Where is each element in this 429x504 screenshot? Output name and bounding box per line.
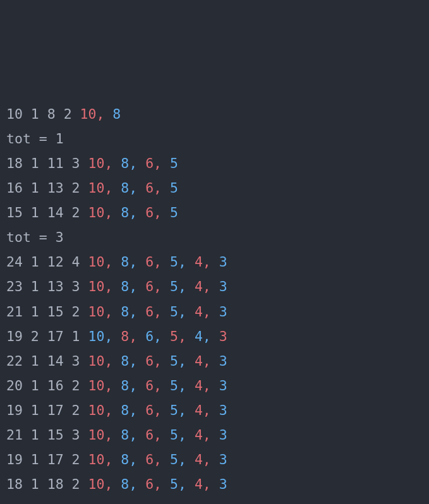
prefix-number: 19 xyxy=(6,328,23,344)
sequence-number: 5 xyxy=(170,205,178,220)
output-line: 19 2 17 1 10, 8, 6, 5, 4, 3 xyxy=(6,324,423,349)
sequence-number: 5 xyxy=(170,427,178,443)
sequence-number: 10 xyxy=(88,304,105,320)
sequence-number: 4 xyxy=(195,452,203,467)
sequence-number: 10 xyxy=(88,205,105,220)
sequence-number: 5 xyxy=(170,353,178,369)
prefix-number: 1 xyxy=(31,304,39,320)
output-line: 15 1 14 2 10, 8, 6, 5 xyxy=(6,200,423,225)
output-line: 24 1 12 4 10, 8, 6, 5, 4, 3 xyxy=(6,249,423,274)
sequence-number: 10 xyxy=(88,378,105,393)
sequence-number: 10 xyxy=(88,427,105,443)
sequence-number: 5 xyxy=(170,402,178,418)
sequence-number: 5 xyxy=(170,254,178,270)
prefix-number: 3 xyxy=(72,427,80,443)
prefix-number: 21 xyxy=(6,427,23,443)
prefix-number: 3 xyxy=(72,279,80,294)
output-line: 18 1 11 3 10, 8, 6, 5 xyxy=(6,151,423,176)
sequence-number: 5 xyxy=(170,476,178,492)
prefix-number: 15 xyxy=(47,427,64,443)
prefix-number: 19 xyxy=(6,452,23,467)
output-line: 19 1 17 2 10, 8, 6, 5, 4, 3 xyxy=(6,447,423,472)
prefix-number: 17 xyxy=(47,328,64,344)
sequence-number: 3 xyxy=(219,427,227,443)
sequence-number: 10 xyxy=(88,353,105,369)
sequence-number: 6 xyxy=(145,427,154,443)
prefix-number: 10 xyxy=(6,106,23,122)
sequence-number: 6 xyxy=(145,452,154,467)
sequence-number: 8 xyxy=(121,476,129,492)
sequence-number: 8 xyxy=(121,155,129,171)
sequence-number: 8 xyxy=(121,180,129,196)
sequence-number: 10 xyxy=(88,254,105,270)
output-line: 21 1 15 2 10, 8, 6, 5, 4, 3 xyxy=(6,299,423,324)
prefix-number: 1 xyxy=(31,180,39,196)
output-line: 18 1 18 2 10, 8, 6, 5, 4, 3 xyxy=(6,472,423,496)
total-line: tot = 1 xyxy=(6,126,423,151)
sequence-number: 10 xyxy=(88,452,105,467)
output-line: 16 1 13 2 10, 8, 6, 5 xyxy=(6,176,423,200)
prefix-number: 19 xyxy=(6,402,23,418)
sequence-number: 3 xyxy=(219,476,227,492)
prefix-number: 16 xyxy=(6,180,23,196)
sequence-number: 6 xyxy=(145,402,154,418)
sequence-number: 6 xyxy=(145,279,154,294)
prefix-number: 1 xyxy=(31,476,39,492)
sequence-number: 3 xyxy=(219,452,227,467)
prefix-number: 4 xyxy=(72,254,80,270)
sequence-number: 10 xyxy=(88,476,105,492)
prefix-number: 21 xyxy=(6,304,23,320)
sequence-number: 5 xyxy=(170,304,178,320)
total-line: tot = 3 xyxy=(6,225,423,249)
sequence-number: 6 xyxy=(145,476,154,492)
terminal-output: 10 1 8 2 10, 8tot = 118 1 11 3 10, 8, 6,… xyxy=(6,102,423,505)
total-text: tot = 1 xyxy=(6,131,64,147)
prefix-number: 1 xyxy=(31,402,39,418)
sequence-number: 5 xyxy=(170,180,178,196)
prefix-number: 3 xyxy=(72,155,80,171)
output-line: 19 1 17 2 10, 8, 6, 5, 4, 3 xyxy=(6,398,423,423)
sequence-number: 8 xyxy=(112,106,121,122)
output-line: 21 1 15 3 10, 8, 6, 5, 4, 3 xyxy=(6,423,423,447)
prefix-number: 3 xyxy=(72,353,80,369)
sequence-number: 10 xyxy=(88,328,105,344)
sequence-number: 4 xyxy=(195,254,203,270)
prefix-number: 2 xyxy=(72,452,80,467)
sequence-number: 3 xyxy=(219,378,227,393)
sequence-number: 8 xyxy=(121,378,129,393)
prefix-number: 18 xyxy=(47,476,64,492)
prefix-number: 1 xyxy=(31,378,39,393)
prefix-number: 8 xyxy=(47,106,56,122)
sequence-number: 3 xyxy=(219,279,227,294)
sequence-number: 4 xyxy=(195,279,203,294)
prefix-number: 1 xyxy=(31,427,39,443)
sequence-number: 5 xyxy=(170,155,178,171)
prefix-number: 15 xyxy=(47,304,64,320)
sequence-number: 10 xyxy=(88,279,105,294)
prefix-number: 18 xyxy=(6,155,23,171)
prefix-number: 1 xyxy=(31,106,39,122)
sequence-number: 4 xyxy=(195,328,203,344)
output-line: 20 1 16 2 10, 8, 6, 5, 4, 3 xyxy=(6,373,423,398)
sequence-number: 8 xyxy=(121,353,129,369)
sequence-number: 4 xyxy=(195,402,203,418)
sequence-number: 5 xyxy=(170,328,178,344)
prefix-number: 18 xyxy=(6,476,23,492)
sequence-number: 5 xyxy=(170,279,178,294)
sequence-number: 10 xyxy=(88,180,105,196)
sequence-number: 3 xyxy=(219,328,227,344)
prefix-number: 1 xyxy=(31,452,39,467)
prefix-number: 1 xyxy=(31,155,39,171)
prefix-number: 24 xyxy=(6,254,23,270)
total-line: tot = 10 xyxy=(6,497,423,505)
sequence-number: 6 xyxy=(145,304,154,320)
prefix-number: 2 xyxy=(72,180,80,196)
sequence-number: 4 xyxy=(195,427,203,443)
sequence-number: 8 xyxy=(121,452,129,467)
prefix-number: 22 xyxy=(6,353,23,369)
sequence-number: 4 xyxy=(195,378,203,393)
sequence-number: 8 xyxy=(121,304,129,320)
prefix-number: 2 xyxy=(72,402,80,418)
prefix-number: 2 xyxy=(72,304,80,320)
prefix-number: 2 xyxy=(64,106,72,122)
